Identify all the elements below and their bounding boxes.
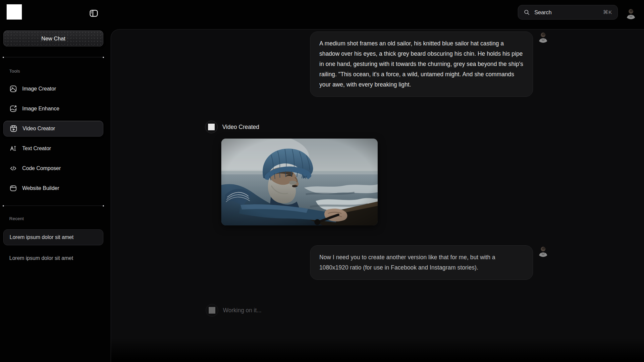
user-message-bubble: Now I need you to create another version…: [310, 245, 533, 280]
sidebar-item-image-creator[interactable]: Image Creator: [3, 82, 103, 96]
avatar: [537, 245, 549, 257]
user-avatar[interactable]: [625, 7, 637, 19]
search-input[interactable]: Search ⌘K: [518, 5, 618, 20]
generated-video-thumbnail[interactable]: [221, 139, 378, 225]
video-created-label: Video Created: [222, 124, 259, 131]
video-created-row: Video Created: [205, 121, 259, 133]
sidebar-item-label: Image Creator: [22, 86, 56, 92]
panel-left-icon: [89, 8, 99, 18]
sidebar-item-image-enhance[interactable]: Image Enhance: [3, 101, 103, 116]
sidebar-divider: [3, 206, 103, 206]
sidebar-divider: [3, 57, 103, 57]
working-status-label: Working on it...: [223, 307, 261, 314]
recent-chat-item[interactable]: Lorem ipsum dolor sit amet: [9, 255, 73, 261]
image-enhance-icon: [9, 105, 17, 113]
search-shortcut: ⌘K: [603, 9, 612, 15]
chat-panel: A medium shot frames an old sailor, his …: [111, 29, 644, 362]
sidebar-toggle-button[interactable]: [88, 7, 100, 19]
sidebar-item-video-creator[interactable]: Video Creator: [3, 121, 103, 137]
user-message-bubble: A medium shot frames an old sailor, his …: [310, 31, 533, 97]
working-status-row: Working on it...: [206, 304, 261, 317]
app-logo: [7, 4, 22, 20]
recent-section-label: Recent: [9, 216, 24, 221]
sidebar-item-label: Code Composer: [22, 165, 61, 171]
search-placeholder: Search: [534, 9, 603, 16]
assistant-logo-icon: [205, 121, 218, 133]
search-icon: [523, 9, 530, 16]
sidebar-item-label: Text Creator: [22, 146, 51, 151]
new-chat-button[interactable]: New Chat: [3, 30, 103, 46]
bottom-fade-overlay: [111, 338, 644, 362]
sidebar-item-label: Video Creator: [23, 126, 55, 132]
sidebar-item-label: Image Enhance: [22, 106, 59, 112]
tools-section-label: Tools: [9, 69, 20, 74]
sidebar-item-text-creator[interactable]: Text Creator: [3, 141, 103, 156]
text-creator-icon: [9, 145, 17, 152]
sidebar-item-label: Website Builder: [22, 185, 59, 191]
video-creator-icon: [10, 125, 18, 133]
avatar: [537, 30, 549, 43]
website-builder-icon: [9, 184, 17, 192]
image-creator-icon: [9, 85, 17, 93]
code-composer-icon: [9, 164, 17, 172]
sidebar-item-code-composer[interactable]: Code Composer: [3, 161, 103, 176]
recent-chat-item[interactable]: Lorem ipsum dolor sit amet: [3, 229, 103, 245]
sidebar-item-website-builder[interactable]: Website Builder: [3, 181, 103, 196]
app-window: Search ⌘K New Chat Tools Image Creator I…: [0, 0, 644, 362]
assistant-logo-icon: [206, 304, 218, 317]
